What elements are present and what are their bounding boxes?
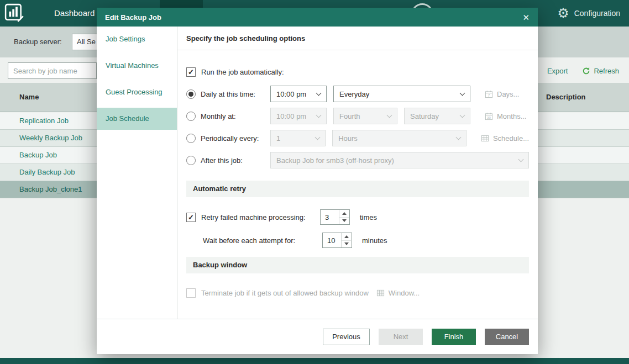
after-job-select[interactable]: Backup Job for smb3 (off-host proxy) xyxy=(270,152,529,168)
configuration-label: Configuration xyxy=(574,9,620,18)
schedule-button[interactable]: Schedule... xyxy=(481,134,529,143)
app-logo-icon[interactable] xyxy=(4,3,24,23)
screen: Dashboard ⚙ Configuration Backup server:… xyxy=(0,0,629,364)
dialog-footer: Previous Next Finish Cancel xyxy=(97,319,538,354)
daily-time-select[interactable]: 10:00 pm xyxy=(270,86,327,102)
after-job-label: After this job: xyxy=(201,156,270,165)
monthly-week-select[interactable]: Fourth xyxy=(333,108,397,124)
table-actions: Export Refresh xyxy=(547,62,619,79)
retry-count-input xyxy=(320,209,350,225)
monthly-label: Monthly at: xyxy=(201,112,270,120)
chevron-down-icon xyxy=(387,112,392,118)
dialog-nav: Job Settings Virtual Machines Guest Proc… xyxy=(97,27,177,319)
retry-label: Retry failed machine processing: xyxy=(201,213,320,221)
monthly-time-select[interactable]: 10:00 pm xyxy=(270,108,327,124)
calendar-months-icon: 30 xyxy=(485,112,493,120)
window-button[interactable]: Window... xyxy=(376,289,420,297)
cancel-button[interactable]: Cancel xyxy=(485,329,529,345)
daily-radio[interactable] xyxy=(186,89,196,99)
chevron-down-icon xyxy=(316,112,322,118)
refresh-label: Refresh xyxy=(594,67,619,75)
dialog-title: Edit Backup Job xyxy=(105,13,522,22)
daily-days-select[interactable]: Everyday xyxy=(333,86,470,102)
after-job-radio[interactable] xyxy=(186,156,196,165)
backup-server-label: Backup server: xyxy=(14,27,62,57)
nav-configuration[interactable]: ⚙ Configuration xyxy=(557,0,620,27)
chevron-down-icon xyxy=(315,134,321,140)
window-grid-icon xyxy=(376,289,385,297)
months-button[interactable]: 30 Months... xyxy=(485,112,526,120)
finish-button[interactable]: Finish xyxy=(432,329,476,345)
column-header-description[interactable]: Description xyxy=(546,83,586,112)
export-link[interactable]: Export xyxy=(547,67,568,75)
backup-server-value: All Se xyxy=(77,38,96,46)
edit-backup-job-dialog: Edit Backup Job ✕ Job Settings Virtual M… xyxy=(97,8,538,354)
wait-minutes-input xyxy=(322,233,352,248)
chevron-down-icon xyxy=(316,90,322,96)
svg-text:7: 7 xyxy=(488,93,490,97)
automatic-retry-section-header: Automatic retry xyxy=(186,181,529,197)
retry-checkbox[interactable] xyxy=(186,213,196,222)
periodically-radio[interactable] xyxy=(186,134,196,143)
wait-label: Wait before each attempt for: xyxy=(203,236,322,245)
run-automatically-label: Run the job automatically: xyxy=(201,68,284,76)
spin-up-icon[interactable] xyxy=(342,233,351,241)
content-heading: Specify the job scheduling options xyxy=(177,27,538,50)
schedule-grid-icon xyxy=(481,134,489,143)
daily-label: Daily at this time: xyxy=(201,90,270,98)
retry-unit-label: times xyxy=(360,213,377,221)
nav-dashboard[interactable]: Dashboard xyxy=(54,0,95,27)
dialog-content: Specify the job scheduling options Run t… xyxy=(177,27,538,319)
close-icon[interactable]: ✕ xyxy=(522,13,530,22)
previous-button[interactable]: Previous xyxy=(323,329,370,345)
terminate-label: Terminate job if it gets out of allowed … xyxy=(201,289,369,297)
periodic-value-select[interactable]: 1 xyxy=(270,130,326,146)
chevron-down-icon xyxy=(460,112,465,118)
monthly-day-select[interactable]: Saturday xyxy=(404,108,470,124)
backup-window-section-header: Backup window xyxy=(186,257,529,273)
calendar-days-icon: 7 xyxy=(485,90,493,98)
dialog-header: Edit Backup Job ✕ xyxy=(97,8,538,27)
chevron-down-icon xyxy=(460,90,465,96)
retry-count-field[interactable] xyxy=(321,210,339,224)
wait-unit-label: minutes xyxy=(362,236,387,245)
spin-down-icon[interactable] xyxy=(342,241,351,248)
gear-icon: ⚙ xyxy=(557,7,569,20)
spin-down-icon[interactable] xyxy=(339,218,349,225)
nav-item-virtual-machines[interactable]: Virtual Machines xyxy=(97,55,177,77)
terminate-checkbox[interactable] xyxy=(186,288,196,298)
chevron-down-icon xyxy=(518,156,524,162)
spin-up-icon[interactable] xyxy=(339,210,349,218)
nav-item-job-settings[interactable]: Job Settings xyxy=(97,28,177,50)
days-button[interactable]: 7 Days... xyxy=(485,90,519,98)
bottom-bar xyxy=(0,358,629,364)
chevron-down-icon xyxy=(456,134,462,140)
next-button[interactable]: Next xyxy=(379,329,423,345)
column-header-name[interactable]: Name xyxy=(19,83,39,112)
nav-item-guest-processing[interactable]: Guest Processing xyxy=(97,81,177,103)
periodic-unit-select[interactable]: Hours xyxy=(332,130,466,146)
svg-text:30: 30 xyxy=(487,115,491,119)
run-automatically-checkbox[interactable] xyxy=(186,67,196,77)
monthly-radio[interactable] xyxy=(186,112,196,121)
nav-item-job-schedule[interactable]: Job Schedule xyxy=(97,108,177,130)
search-input[interactable] xyxy=(8,62,97,79)
refresh-link[interactable]: Refresh xyxy=(582,67,619,75)
wait-minutes-field[interactable] xyxy=(323,233,341,247)
periodically-label: Periodically every: xyxy=(201,134,270,143)
refresh-icon xyxy=(582,67,590,75)
